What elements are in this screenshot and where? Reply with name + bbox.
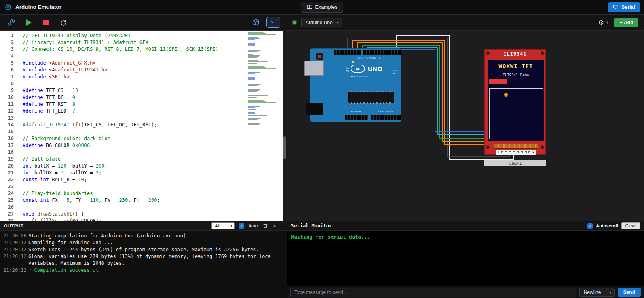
minimap-line: [248, 99, 259, 99]
diagram-view-button[interactable]: [251, 18, 261, 27]
code-line[interactable]: // Library: Adafruit ILI9341 + Adafruit …: [23, 39, 287, 46]
minimap-line: [248, 91, 257, 92]
arduino-logo: ∞ UNO: [351, 65, 382, 73]
scrollbar-thumb[interactable]: [283, 136, 286, 159]
code-line[interactable]: int ballDX = 3, ballDY = 2;: [23, 170, 287, 176]
examples-button[interactable]: Examples: [301, 2, 344, 13]
code-line[interactable]: void drawStaticUI() {: [23, 211, 287, 218]
code-line[interactable]: [23, 128, 287, 135]
minimap-line: [248, 76, 256, 76]
digital-header-2[interactable]: [363, 50, 401, 55]
code-line[interactable]: // Ball state: [23, 156, 287, 163]
stop-button[interactable]: [42, 19, 49, 26]
send-button[interactable]: Send: [618, 288, 641, 297]
package-icon: [598, 20, 604, 25]
code-area[interactable]: // TFT ILI9341 Display Demo (240x320)// …: [19, 31, 287, 221]
code-line[interactable]: const int FX = 5, FY = 110, FW = 230, FH…: [23, 197, 287, 204]
code-line[interactable]: #define BG_COLOR 0x0006: [23, 142, 287, 149]
serial-label: Serial: [621, 4, 635, 10]
code-line[interactable]: [23, 149, 287, 156]
minimap-line: [248, 33, 266, 34]
code-line[interactable]: [23, 204, 287, 211]
serial-output[interactable]: Waiting for serial data...: [287, 231, 644, 286]
serial-button[interactable]: Serial: [608, 2, 640, 12]
line-number: 21: [0, 170, 14, 176]
code-line[interactable]: #include <Adafruit_ILI9341.h>: [23, 67, 287, 73]
book-icon: [307, 4, 312, 10]
code-line[interactable]: Adafruit_ILI9341 tft(TFT_CS, TFT_DC, TFT…: [23, 122, 287, 128]
code-line[interactable]: #define TFT_LED 7: [23, 108, 287, 115]
minimap-line: [248, 79, 255, 80]
minimap-line: [248, 86, 281, 87]
mount-hole: [541, 145, 544, 149]
code-line[interactable]: int ballX = 120, ballY = 200;: [23, 163, 287, 170]
output-log[interactable]: 21:20:06Starting compilation for Arduino…: [0, 231, 287, 298]
run-button[interactable]: [25, 19, 32, 27]
clear-serial-button[interactable]: Clear: [621, 222, 640, 229]
minimap-line: [248, 49, 281, 50]
serial-monitor-panel: Serial Monitor ✓ Autoscroll Clear Waitin…: [287, 221, 644, 298]
autoscroll-label: Autoscroll: [596, 223, 618, 228]
analog-header[interactable]: [371, 115, 401, 120]
code-line[interactable]: // Play-field boundaries: [23, 190, 287, 197]
minimap-line: [248, 118, 261, 119]
diagram-canvas[interactable]: DIGITAL (PWM ~) POWER ANALOG IN L TXRX ∞…: [287, 31, 644, 221]
minimap-line: [248, 102, 276, 103]
minimap-line: [248, 48, 267, 48]
reset-button[interactable]: [316, 53, 323, 60]
code-line[interactable]: [23, 53, 287, 60]
atmega-chip: [348, 92, 394, 103]
tft-pin-row[interactable]: 1 9: [496, 150, 536, 155]
power-header[interactable]: [345, 115, 368, 120]
code-line[interactable]: #define TFT_CS 10: [23, 87, 287, 94]
code-line[interactable]: #include <SPI.h>: [23, 73, 287, 80]
score-bar: [489, 79, 507, 84]
serial-message-input[interactable]: [290, 288, 576, 297]
output-message: Global variables use 279 bytes (13%) of …: [28, 253, 283, 267]
restart-button[interactable]: [59, 18, 68, 27]
minimap-line: [248, 59, 281, 59]
code-line[interactable]: const int BALL_R = 10;: [23, 176, 287, 183]
code-line[interactable]: #define TFT_RST 8: [23, 101, 287, 108]
line-number: 2: [0, 39, 14, 46]
power-led: [393, 73, 395, 74]
arduino-uno-board[interactable]: DIGITAL (PWM ~) POWER ANALOG IN L TXRX ∞…: [310, 48, 401, 122]
output-timestamp: 21:20:12: [3, 246, 28, 253]
code-line[interactable]: tft.fillScreen(BG_COLOR);: [23, 218, 287, 221]
editor-scrollbar[interactable]: [283, 31, 287, 221]
minimap-line: [248, 36, 281, 36]
output-filter-select[interactable]: All ▾: [211, 222, 235, 229]
minimap-line: [248, 52, 281, 53]
code-line[interactable]: // TFT ILI9341 Display Demo (240x320): [23, 32, 287, 39]
terminal-toggle-button[interactable]: >_: [266, 17, 280, 28]
minimap-line: [248, 107, 255, 108]
autoscroll-checkbox[interactable]: ✓: [587, 223, 593, 229]
line-ending-select[interactable]: Newline ▾: [579, 288, 615, 297]
minimap-line: [248, 114, 281, 115]
parts-count[interactable]: 1: [598, 20, 609, 25]
app-title: Arduino Emulator: [15, 4, 61, 10]
board-select[interactable]: Arduino Uno ▾: [301, 18, 342, 27]
ili9341-display[interactable]: ILI9341 WOKWI TFT ILI9341 Demo 1 9: [484, 49, 546, 155]
code-line[interactable]: [23, 183, 287, 190]
close-output-button[interactable]: ×: [273, 222, 276, 229]
digital-header-1[interactable]: [334, 50, 361, 55]
code-editor[interactable]: 1234567891011121314151617181920212223242…: [0, 31, 287, 221]
minimap-line: [248, 60, 258, 61]
output-header: OUTPUT All ▾ ✓ Auto ×: [0, 221, 287, 231]
code-line[interactable]: [23, 80, 287, 87]
line-number: 19: [0, 156, 14, 163]
add-part-button[interactable]: + Add: [614, 18, 638, 27]
code-line[interactable]: #include <Adafruit_GFX.h>: [23, 60, 287, 67]
minimap[interactable]: [248, 32, 281, 125]
line-number: 3: [0, 46, 14, 53]
auto-checkbox[interactable]: ✓: [239, 223, 244, 229]
code-line[interactable]: // Connect: CS=10, DC/RS=9, RST=8, LED=7…: [23, 46, 287, 53]
line-number: 4: [0, 53, 14, 60]
minimap-line: [248, 84, 261, 85]
settings-wrench-button[interactable]: [6, 18, 16, 27]
code-line[interactable]: [23, 115, 287, 122]
code-line[interactable]: // Background color: dark blue: [23, 135, 287, 142]
code-line[interactable]: #define TFT_DC 9: [23, 94, 287, 101]
clear-output-button[interactable]: [262, 222, 269, 229]
